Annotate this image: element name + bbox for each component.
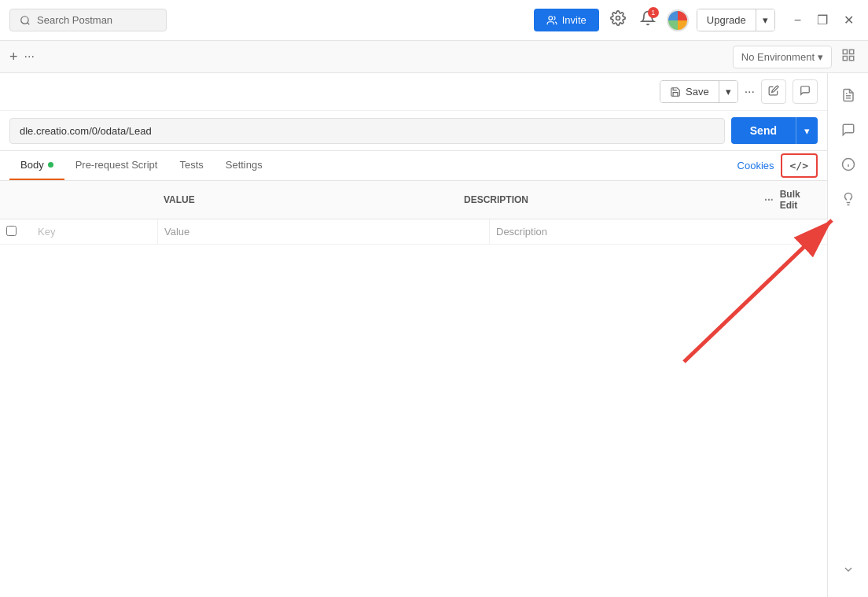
upgrade-label: Upgrade (707, 14, 746, 26)
send-caret-button[interactable]: ▾ (796, 117, 818, 144)
lightbulb-panel-button[interactable] (833, 183, 864, 215)
row-checkbox[interactable] (6, 225, 31, 239)
minimize-button[interactable]: − (789, 10, 806, 31)
invite-icon (546, 15, 557, 26)
send-button[interactable]: Send (731, 117, 796, 144)
environment-settings-button[interactable] (838, 45, 859, 69)
chevron-down-icon (842, 563, 855, 576)
upgrade-caret-button[interactable]: ▾ (756, 9, 774, 31)
tab-settings[interactable]: Settings (215, 151, 274, 180)
new-tab-button[interactable]: + (9, 49, 18, 65)
content-area: Save ▾ ··· (0, 73, 827, 597)
invite-button[interactable]: Invite (534, 9, 599, 31)
close-button[interactable]: ✕ (839, 9, 859, 31)
tab-more-button[interactable]: ··· (24, 50, 35, 64)
window-controls: − ❐ ✕ (789, 9, 859, 31)
search-box[interactable]: Search Postman (9, 9, 167, 31)
svg-point-0 (21, 16, 28, 23)
main-area: Save ▾ ··· (0, 73, 868, 597)
svg-point-2 (616, 17, 620, 20)
td-value-placeholder[interactable]: Value (157, 219, 490, 244)
search-placeholder: Search Postman (37, 14, 112, 26)
body-tab-label: Body (20, 159, 44, 171)
td-desc-placeholder[interactable]: Description (490, 219, 821, 244)
tab-tests[interactable]: Tests (168, 151, 214, 180)
toolbar-more-button[interactable]: ··· (745, 85, 755, 99)
upgrade-button-group[interactable]: Upgrade ▾ (697, 9, 775, 31)
gear-icon (610, 10, 626, 26)
settings-button[interactable] (607, 7, 629, 33)
table-row: Key Value Description (0, 219, 827, 245)
environment-selector[interactable]: No Environment ▾ (733, 46, 832, 68)
environment-label: No Environment (741, 51, 815, 63)
th-value: VALUE (157, 186, 458, 213)
save-label: Save (686, 86, 709, 98)
td-key-placeholder[interactable]: Key (31, 219, 157, 244)
notification-badge: 1 (648, 7, 659, 18)
edit-icon-button[interactable] (761, 79, 786, 104)
env-chevron-icon: ▾ (818, 51, 823, 63)
save-caret-button[interactable]: ▾ (719, 81, 737, 102)
chat-icon (800, 85, 811, 96)
env-grid-icon (841, 48, 855, 62)
cookies-link[interactable]: Cookies (731, 152, 781, 179)
urlbar: Send ▾ (0, 111, 827, 151)
right-sidebar (827, 73, 868, 597)
search-icon (20, 15, 31, 26)
code-snippet-button[interactable]: </> (781, 153, 818, 178)
th-actions: ··· Bulk Edit (758, 181, 821, 219)
pre-request-label: Pre-request Script (75, 159, 158, 171)
url-input[interactable] (9, 118, 725, 144)
th-description: DESCRIPTION (458, 186, 758, 213)
row-checkbox-input[interactable] (6, 226, 17, 236)
notifications-button[interactable]: 1 (637, 7, 659, 33)
doc-icon (841, 88, 855, 102)
svg-point-1 (549, 16, 553, 20)
tests-label: Tests (179, 159, 203, 171)
comment-icon-button[interactable] (793, 79, 818, 104)
titlebar: Search Postman Invite 1 (0, 0, 868, 41)
svg-rect-5 (843, 56, 847, 60)
environment-area: No Environment ▾ (434, 41, 868, 72)
svg-rect-4 (850, 50, 854, 53)
settings-label: Settings (226, 159, 263, 171)
doc-panel-button[interactable] (833, 79, 864, 111)
titlebar-actions: Invite 1 Upgrade ▾ − (534, 7, 859, 33)
comment-panel-button[interactable] (833, 114, 864, 146)
save-icon (670, 87, 681, 98)
save-main-button[interactable]: Save (660, 81, 719, 102)
svg-rect-3 (843, 50, 847, 53)
request-tabs: Body Pre-request Script Tests Settings C… (0, 151, 827, 181)
comment-icon (841, 123, 855, 137)
svg-rect-6 (850, 56, 854, 60)
avatar[interactable] (667, 9, 689, 31)
sidebar-collapse-button[interactable] (833, 554, 864, 585)
bulk-edit-label[interactable]: Bulk Edit (780, 189, 815, 211)
lightbulb-icon (841, 192, 855, 206)
toolbar: Save ▾ ··· (0, 73, 827, 111)
send-button-group[interactable]: Send ▾ (731, 117, 818, 144)
restore-button[interactable]: ❐ (812, 9, 833, 31)
save-button-group[interactable]: Save ▾ (660, 80, 738, 103)
pencil-icon (768, 85, 779, 96)
invite-label: Invite (562, 14, 587, 26)
body-active-dot (48, 162, 53, 168)
th-more-icon: ··· (764, 193, 774, 206)
tab-pre-request[interactable]: Pre-request Script (64, 151, 169, 180)
info-panel-button[interactable] (833, 149, 864, 180)
info-icon (841, 157, 855, 171)
tab-body[interactable]: Body (9, 151, 64, 180)
th-key (31, 192, 157, 208)
table-header: VALUE DESCRIPTION ··· Bulk Edit (0, 181, 827, 219)
tabbar: + ··· (0, 41, 434, 72)
upgrade-main-button[interactable]: Upgrade (697, 9, 756, 31)
params-table: VALUE DESCRIPTION ··· Bulk Edit Key Valu… (0, 181, 827, 597)
